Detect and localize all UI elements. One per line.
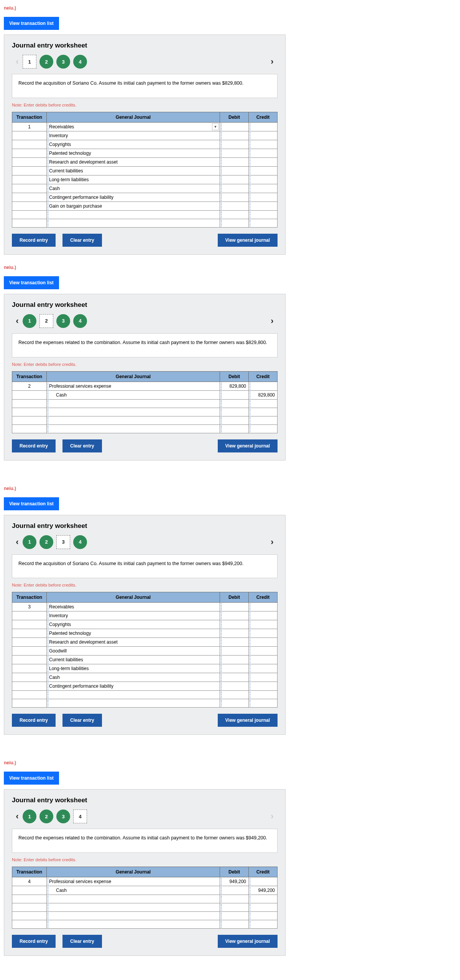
credit-cell[interactable] bbox=[249, 424, 278, 433]
credit-cell[interactable] bbox=[249, 157, 278, 166]
transaction-cell[interactable] bbox=[12, 656, 47, 664]
credit-cell[interactable] bbox=[249, 202, 278, 210]
debit-cell[interactable] bbox=[220, 408, 249, 416]
account-cell[interactable]: Inventory bbox=[47, 611, 220, 620]
account-cell[interactable] bbox=[47, 691, 220, 699]
tab-1[interactable]: 1 bbox=[23, 314, 36, 328]
account-cell[interactable]: Receivables bbox=[47, 603, 220, 611]
transaction-cell[interactable]: 3 bbox=[12, 603, 47, 611]
transaction-cell[interactable] bbox=[12, 903, 47, 912]
debit-cell[interactable] bbox=[220, 157, 249, 166]
next-arrow[interactable]: › bbox=[267, 316, 278, 326]
transaction-cell[interactable] bbox=[12, 424, 47, 433]
transaction-cell[interactable] bbox=[12, 219, 47, 227]
account-cell[interactable]: Long-term liabilities bbox=[47, 664, 220, 673]
credit-cell[interactable] bbox=[249, 193, 278, 202]
tab-4[interactable]: 4 bbox=[73, 314, 87, 328]
view-transaction-list-button[interactable]: View transaction list bbox=[4, 17, 59, 30]
credit-cell[interactable] bbox=[249, 382, 278, 390]
tab-3[interactable]: 3 bbox=[56, 55, 70, 69]
tab-4[interactable]: 4 bbox=[73, 55, 87, 69]
debit-cell[interactable] bbox=[220, 895, 249, 903]
account-cell[interactable]: Cash bbox=[47, 184, 220, 193]
credit-cell[interactable] bbox=[249, 122, 278, 131]
debit-cell[interactable] bbox=[220, 219, 249, 227]
credit-cell[interactable] bbox=[249, 682, 278, 691]
account-cell[interactable]: Long-term liabilities bbox=[47, 175, 220, 184]
debit-cell[interactable] bbox=[220, 603, 249, 611]
account-cell[interactable] bbox=[47, 416, 220, 424]
debit-cell[interactable] bbox=[220, 886, 249, 895]
tab-3[interactable]: 3 bbox=[56, 810, 70, 823]
transaction-cell[interactable] bbox=[12, 699, 47, 708]
account-cell[interactable] bbox=[47, 912, 220, 920]
transaction-cell[interactable]: 2 bbox=[12, 382, 47, 390]
debit-cell[interactable] bbox=[220, 399, 249, 408]
credit-cell[interactable] bbox=[249, 656, 278, 664]
tab-3[interactable]: 3 bbox=[56, 314, 70, 328]
tab-3[interactable]: 3 bbox=[56, 535, 70, 549]
debit-cell[interactable] bbox=[220, 611, 249, 620]
account-cell[interactable]: Research and development asset bbox=[47, 638, 220, 647]
debit-cell[interactable] bbox=[220, 202, 249, 210]
account-cell[interactable]: Cash bbox=[47, 673, 220, 682]
account-cell[interactable] bbox=[47, 219, 220, 227]
debit-cell[interactable] bbox=[220, 175, 249, 184]
account-cell[interactable] bbox=[47, 903, 220, 912]
credit-cell[interactable] bbox=[249, 673, 278, 682]
tab-4[interactable]: 4 bbox=[73, 535, 87, 549]
account-cell[interactable] bbox=[47, 399, 220, 408]
transaction-cell[interactable] bbox=[12, 611, 47, 620]
transaction-cell[interactable] bbox=[12, 920, 47, 929]
debit-cell[interactable] bbox=[220, 656, 249, 664]
debit-cell[interactable]: 829,800 bbox=[220, 382, 249, 390]
account-cell[interactable]: Patented technology bbox=[47, 629, 220, 638]
debit-cell[interactable] bbox=[220, 682, 249, 691]
credit-cell[interactable] bbox=[249, 611, 278, 620]
debit-cell[interactable] bbox=[220, 149, 249, 157]
credit-cell[interactable] bbox=[249, 920, 278, 929]
account-cell[interactable]: Goodwill bbox=[47, 647, 220, 656]
credit-cell[interactable] bbox=[249, 638, 278, 647]
debit-cell[interactable]: 949,200 bbox=[220, 877, 249, 886]
transaction-cell[interactable] bbox=[12, 886, 47, 895]
clear-entry-button[interactable]: Clear entry bbox=[62, 234, 102, 247]
transaction-cell[interactable] bbox=[12, 408, 47, 416]
record-entry-button[interactable]: Record entry bbox=[12, 439, 56, 452]
transaction-cell[interactable] bbox=[12, 193, 47, 202]
account-cell[interactable]: Contingent performance liability bbox=[47, 682, 220, 691]
transaction-cell[interactable] bbox=[12, 647, 47, 656]
credit-cell[interactable]: 829,800 bbox=[249, 390, 278, 399]
debit-cell[interactable] bbox=[220, 912, 249, 920]
account-cell[interactable]: Patented technology bbox=[47, 149, 220, 157]
account-cell[interactable]: Research and development asset bbox=[47, 157, 220, 166]
view-transaction-list-button[interactable]: View transaction list bbox=[4, 772, 59, 785]
credit-cell[interactable] bbox=[249, 691, 278, 699]
debit-cell[interactable] bbox=[220, 673, 249, 682]
transaction-cell[interactable] bbox=[12, 682, 47, 691]
account-cell[interactable]: Cash bbox=[47, 390, 220, 399]
tab-1[interactable]: 1 bbox=[23, 535, 36, 549]
transaction-cell[interactable] bbox=[12, 184, 47, 193]
credit-cell[interactable] bbox=[249, 603, 278, 611]
debit-cell[interactable] bbox=[220, 629, 249, 638]
record-entry-button[interactable]: Record entry bbox=[12, 714, 56, 727]
credit-cell[interactable] bbox=[249, 131, 278, 140]
prev-arrow[interactable]: ‹ bbox=[12, 537, 23, 547]
credit-cell[interactable] bbox=[249, 416, 278, 424]
tab-1[interactable]: 1 bbox=[23, 810, 36, 823]
transaction-cell[interactable] bbox=[12, 131, 47, 140]
tab-4[interactable]: 4 bbox=[73, 810, 87, 823]
debit-cell[interactable] bbox=[220, 691, 249, 699]
debit-cell[interactable] bbox=[220, 638, 249, 647]
account-cell[interactable]: Copyrights bbox=[47, 140, 220, 149]
transaction-cell[interactable] bbox=[12, 629, 47, 638]
credit-cell[interactable] bbox=[249, 140, 278, 149]
account-cell[interactable]: Inventory bbox=[47, 131, 220, 140]
transaction-cell[interactable] bbox=[12, 416, 47, 424]
credit-cell[interactable] bbox=[249, 210, 278, 219]
transaction-cell[interactable]: 4 bbox=[12, 877, 47, 886]
debit-cell[interactable] bbox=[220, 424, 249, 433]
credit-cell[interactable] bbox=[249, 647, 278, 656]
view-general-journal-button[interactable]: View general journal bbox=[218, 714, 278, 727]
